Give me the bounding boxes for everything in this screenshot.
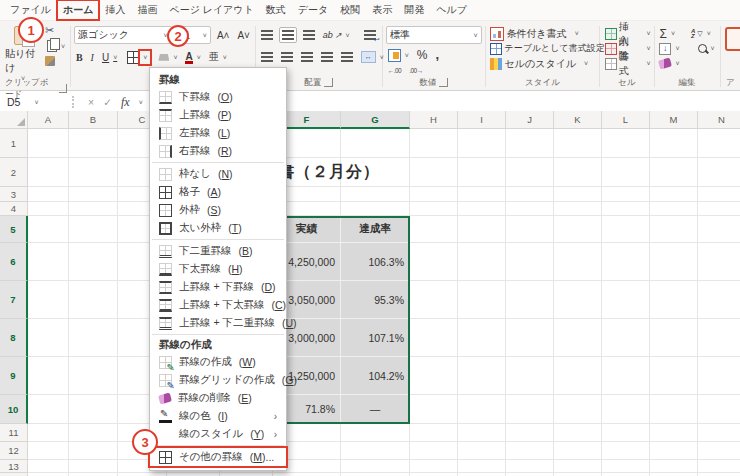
cell-N3[interactable] [698, 187, 740, 202]
cell-K2[interactable] [554, 158, 602, 187]
cell-A2[interactable] [28, 158, 69, 187]
cell-H1[interactable] [410, 129, 458, 158]
menu-item-draw-border-grid[interactable]: 罫線グリッドの作成(G) [150, 371, 286, 389]
cell-B11[interactable] [69, 424, 118, 442]
clear-button[interactable] [657, 58, 681, 69]
row-header-6[interactable]: 6 [0, 243, 28, 281]
cell-J4[interactable] [506, 202, 554, 216]
cell-K12[interactable] [554, 442, 602, 460]
cell-A12[interactable] [28, 442, 69, 460]
cell-M13[interactable] [650, 460, 698, 473]
cell-G12[interactable] [341, 442, 410, 460]
format-as-table-button[interactable]: テーブルとして書式設定 [488, 41, 606, 56]
cell-B7[interactable] [69, 281, 118, 319]
font-name-select[interactable]: 源ゴシック˅ [74, 26, 172, 44]
column-header-G[interactable]: G [341, 111, 410, 129]
number-format-select[interactable]: 標準˅ [386, 26, 482, 44]
row-header-1[interactable]: 1 [0, 129, 28, 158]
cell-M11[interactable] [650, 424, 698, 442]
analyze-data-icon[interactable] [725, 27, 740, 51]
cell-A5[interactable] [28, 216, 69, 243]
cell-G13[interactable] [341, 460, 410, 473]
cell-L7[interactable] [602, 281, 650, 319]
format-painter-button[interactable] [43, 55, 67, 67]
cell-J1[interactable] [506, 129, 554, 158]
cell-L6[interactable] [602, 243, 650, 281]
column-header-B[interactable]: B [69, 111, 118, 129]
cell-B4[interactable] [69, 202, 118, 216]
currency-format-button[interactable] [386, 48, 411, 63]
borders-dropdown-arrow[interactable]: ˅ [140, 51, 150, 64]
menu-item-border-thick-outside[interactable]: 太い外枠(T) [150, 219, 286, 237]
cell-I13[interactable] [458, 460, 506, 473]
menu-item-none[interactable]: 線のスタイル(Y)› [150, 425, 286, 443]
cell-A9[interactable] [28, 357, 69, 395]
cell-I9[interactable] [458, 357, 506, 395]
cell-N5[interactable] [698, 216, 740, 243]
insert-function-button[interactable]: fx [121, 95, 130, 110]
align-middle-button[interactable] [279, 27, 297, 43]
cell-K3[interactable] [554, 187, 602, 202]
cell-K9[interactable] [554, 357, 602, 395]
cell-M2[interactable] [650, 158, 698, 187]
cell-B6[interactable] [69, 243, 118, 281]
cell-H4[interactable] [410, 202, 458, 216]
menubar-tab[interactable]: 描画 [131, 0, 163, 20]
column-header-J[interactable]: J [506, 111, 554, 129]
menu-item-border-top-thick-bottom[interactable]: 上罫線 + 下太罫線(C) [150, 296, 286, 314]
cell-N1[interactable] [698, 129, 740, 158]
menubar-tab[interactable]: データ [292, 0, 334, 20]
shrink-font-button[interactable]: A˅ [235, 29, 252, 42]
cell-M3[interactable] [650, 187, 698, 202]
cell-K8[interactable] [554, 319, 602, 357]
cell-H9[interactable] [410, 357, 458, 395]
percent-style-button[interactable]: % [415, 47, 430, 63]
cell-J12[interactable] [506, 442, 554, 460]
cell-N6[interactable] [698, 243, 740, 281]
cell-K13[interactable] [554, 460, 602, 473]
menu-item-border-all[interactable]: 格子(A) [150, 183, 286, 201]
cell-K1[interactable] [554, 129, 602, 158]
bold-button[interactable]: B [74, 51, 85, 64]
formula-bar-divider[interactable] [72, 96, 79, 108]
cell-M5[interactable] [650, 216, 698, 243]
cell-M8[interactable] [650, 319, 698, 357]
font-color-button[interactable]: A [183, 50, 202, 65]
cell-M6[interactable] [650, 243, 698, 281]
menu-item-border-top[interactable]: 上罫線(P) [150, 106, 286, 124]
find-select-button[interactable] [696, 43, 717, 54]
menu-item-erase-border[interactable]: 罫線の削除(E) [150, 389, 286, 407]
cell-I12[interactable] [458, 442, 506, 460]
cell-H11[interactable] [410, 424, 458, 442]
cell-N7[interactable] [698, 281, 740, 319]
dialog-launcher-icon[interactable] [439, 78, 448, 87]
column-header-L[interactable]: L [602, 111, 650, 129]
cell-M7[interactable] [650, 281, 698, 319]
cell-L9[interactable] [602, 357, 650, 395]
cell-G8[interactable]: 107.1% [341, 319, 410, 357]
cell-I7[interactable] [458, 281, 506, 319]
cell-A7[interactable] [28, 281, 69, 319]
cell-K5[interactable] [554, 216, 602, 243]
cell-I11[interactable] [458, 424, 506, 442]
cell-I2[interactable] [458, 158, 506, 187]
align-center-button[interactable] [279, 51, 295, 63]
row-header-5[interactable]: 5 [0, 216, 28, 243]
phonetic-guide-button[interactable]: 亜 [207, 49, 229, 65]
cell-styles-button[interactable]: セルのスタイル [488, 56, 578, 72]
cell-I10[interactable] [458, 395, 506, 424]
row-header-3[interactable]: 3 [0, 187, 28, 202]
cell-J5[interactable] [506, 216, 554, 243]
cell-H8[interactable] [410, 319, 458, 357]
cell-B1[interactable] [69, 129, 118, 158]
cell-I6[interactable] [458, 243, 506, 281]
cell-N9[interactable] [698, 357, 740, 395]
cell-A10[interactable] [28, 395, 69, 424]
menubar-tab[interactable]: 開発 [398, 0, 430, 20]
menubar-tab[interactable]: ページ レイアウト [163, 0, 259, 20]
menu-item-border-thick-bottom[interactable]: 下太罫線(H) [150, 260, 286, 278]
cell-J7[interactable] [506, 281, 554, 319]
increase-indent-button[interactable] [339, 51, 355, 63]
fill-button[interactable] [657, 42, 681, 56]
cell-H13[interactable] [410, 460, 458, 473]
